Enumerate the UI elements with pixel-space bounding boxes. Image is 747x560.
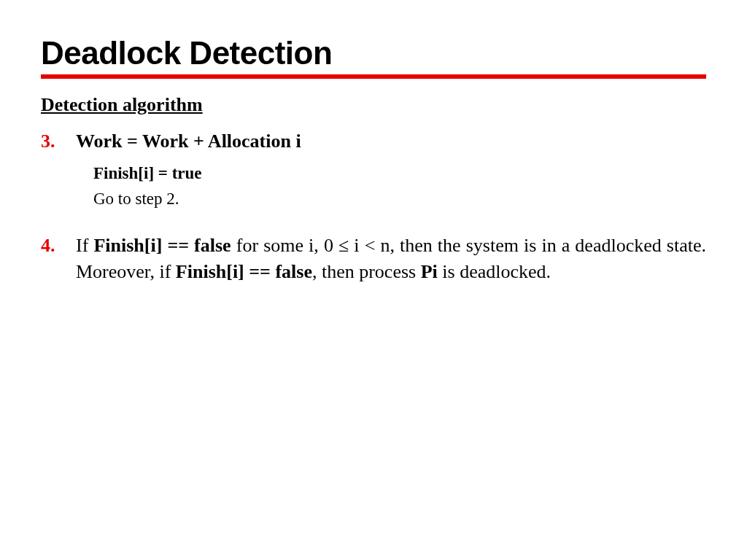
sub-line-plain: Go to step 2. (93, 187, 706, 211)
list-item-3: 3. Work = Work + Allocation i (41, 128, 706, 155)
sub-line-bold: Finish[i] = true (93, 162, 706, 185)
item-number: 3. (41, 128, 76, 155)
text-run: , then process (312, 261, 421, 282)
text-run: If (76, 235, 93, 256)
list-item-4: 4. If Finish[i] == false for some i, 0 ≤… (41, 233, 706, 285)
item-3-sublines: Finish[i] = true Go to step 2. (93, 162, 706, 211)
item-body: If Finish[i] == false for some i, 0 ≤ i … (76, 233, 706, 285)
item-headline: Work = Work + Allocation i (76, 128, 706, 155)
title-underline (41, 74, 706, 79)
slide-title: Deadlock Detection (41, 35, 706, 71)
text-run-bold: Pi (421, 261, 438, 282)
slide-content: Detection algorithm 3. Work = Work + All… (41, 92, 706, 285)
section-heading: Detection algorithm (41, 92, 706, 118)
text-run-bold: Finish[i] == false (176, 261, 312, 282)
text-run: is deadlocked. (438, 261, 551, 282)
text-run-bold: Finish[i] == false (93, 235, 231, 256)
item-number: 4. (41, 233, 76, 285)
